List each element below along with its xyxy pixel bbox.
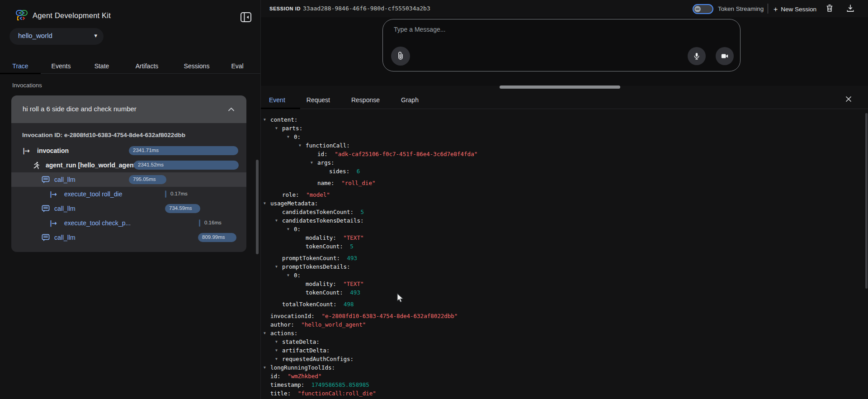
duration-label: 2341.52ms (138, 162, 164, 167)
json-line: timestamp 1749586585.858985 (261, 380, 862, 389)
toggle-knob (694, 6, 701, 12)
collapse-sidebar-icon[interactable] (240, 11, 252, 23)
agent-runner-icon (33, 161, 40, 169)
json-line: usageMetadata ▼ (261, 199, 862, 208)
expand-toggle-icon[interactable]: ▼ (264, 363, 266, 372)
expand-toggle-icon[interactable]: ▼ (275, 216, 278, 225)
expand-toggle-icon[interactable]: ▼ (287, 225, 289, 233)
expand-toggle-icon[interactable]: ▼ (264, 199, 266, 208)
expand-toggle-icon[interactable]: ▼ (275, 355, 278, 363)
detail-tabs: EventRequestResponseGraph (261, 90, 868, 109)
json-value: 493 (350, 289, 360, 296)
duration-bar (165, 190, 166, 198)
trace-row[interactable]: |→ execute_tool roll_die 0.17ms (11, 187, 246, 201)
expand-toggle-icon[interactable]: ▼ (275, 124, 278, 133)
json-line: invocationId "e-2808fd10-6383-4754-8de4-… (261, 312, 862, 320)
chevron-up-icon[interactable] (228, 107, 235, 111)
json-line: stateDelta ▼ (261, 337, 862, 346)
attach-file-button[interactable] (391, 47, 410, 66)
download-session-icon[interactable] (846, 4, 856, 14)
expand-toggle-icon[interactable]: ▼ (264, 115, 266, 124)
video-button[interactable] (716, 47, 734, 65)
json-line: id "wmZhkbed" (261, 372, 862, 380)
json-line: totalTokenCount 498 (261, 300, 862, 309)
chat-bubble-icon (42, 204, 50, 213)
expand-toggle-icon[interactable]: ▼ (275, 262, 278, 271)
json-value: 498 (344, 301, 354, 308)
message-box (382, 19, 741, 71)
close-icon[interactable] (845, 95, 854, 104)
json-value: "adk-caf25106-f0c7-451f-86e4-3c6d7e8f4fd… (335, 151, 477, 157)
message-input[interactable] (394, 26, 620, 33)
trace-span-label: call_llm (54, 176, 75, 184)
trace-span-label: execute_tool check_p... (64, 219, 131, 227)
detail-tab-request[interactable]: Request (307, 90, 330, 109)
json-value: "TEXT" (343, 234, 363, 241)
session-id-label: SESSION ID (269, 6, 301, 11)
microphone-button[interactable] (688, 47, 706, 65)
delete-session-icon[interactable] (825, 4, 835, 14)
json-line: candidatesTokenCount 5 (261, 208, 862, 216)
trace-row[interactable]: |→ invocation 2341.71ms (11, 143, 246, 158)
expand-toggle-icon[interactable]: ▼ (299, 141, 301, 150)
json-value: "wmZhkbed" (288, 373, 321, 380)
detail-tab-graph[interactable]: Graph (401, 90, 419, 109)
json-line: args ▼ (261, 158, 862, 167)
trace-row[interactable]: call_llm 734.59ms (11, 201, 246, 216)
token-streaming-toggle[interactable] (693, 4, 713, 14)
sidebar-tabs: TraceEventsStateArtifactsSessionsEval (0, 58, 260, 74)
json-line: candidatesTokensDetails ▼ (261, 216, 862, 225)
duration-label: 0.17ms (170, 191, 188, 196)
detail-tab-event[interactable]: Event (269, 90, 285, 109)
json-line: modality "TEXT" (261, 280, 862, 288)
invocation-header[interactable]: hi roll a 6 side dice and check number (11, 95, 246, 123)
json-line: id "adk-caf25106-f0c7-451f-86e4-3c6d7e8f… (261, 150, 862, 158)
new-session-button[interactable]: New Session (774, 5, 816, 14)
trace-row[interactable]: agent_run [hello_world_agent] 2341.52ms (11, 158, 246, 172)
duration-label: 0.16ms (204, 220, 222, 225)
duration-bar: 809.99ms (198, 233, 236, 242)
detail-tab-response[interactable]: Response (351, 90, 380, 109)
duration-label: 734.59ms (169, 205, 192, 211)
json-line: title "functionCall:roll_die" (261, 389, 862, 398)
trace-row[interactable]: |→ execute_tool check_p... 0.16ms (11, 216, 246, 230)
tab-sessions[interactable]: Sessions (172, 58, 222, 74)
json-line: functionCall ▼ (261, 141, 862, 150)
json-line: sides 6 (261, 167, 862, 176)
video-camera-icon (721, 52, 729, 60)
json-line: 0 ▼ (261, 271, 862, 280)
trace-row[interactable]: call_llm 809.99ms (11, 230, 246, 245)
json-line: modality "TEXT" (261, 233, 862, 242)
tab-trace[interactable]: Trace (0, 58, 41, 74)
expand-toggle-icon[interactable]: ▼ (287, 271, 289, 280)
maps-to-arrow-icon: |→ (23, 147, 29, 155)
sidebar-scrollbar[interactable] (256, 160, 259, 254)
selected-app-label: hello_world (18, 32, 52, 39)
invocations-heading: Invocations (12, 82, 42, 89)
json-value: "TEXT" (343, 280, 363, 287)
tab-eval[interactable]: Eval (222, 58, 253, 74)
tab-artifacts[interactable]: Artifacts (122, 58, 172, 74)
trace-span-label: call_llm (54, 233, 75, 242)
expand-toggle-icon[interactable]: ▼ (287, 133, 289, 141)
microphone-icon (693, 52, 701, 60)
json-line: tokenCount 5 (261, 242, 862, 251)
active-tab-indicator (261, 108, 300, 109)
app-select-dropdown[interactable]: hello_world ▾ (9, 28, 104, 45)
detail-scrollbar[interactable] (865, 113, 868, 289)
tab-state[interactable]: State (81, 58, 122, 74)
trace-panel: Invocation ID: e-2808fd10-6383-4754-8de4… (11, 123, 246, 252)
json-value: "e-2808fd10-6383-4754-8de4-632af8022dbb" (321, 313, 458, 319)
json-line: name "roll_die" (261, 179, 862, 187)
json-value: "roll_die" (341, 180, 375, 186)
chat-horizontal-scrollbar[interactable] (500, 86, 620, 89)
trace-row[interactable]: call_llm 795.05ms (11, 172, 246, 187)
duration-bar: 734.59ms (165, 204, 200, 213)
expand-toggle-icon[interactable]: ▼ (275, 346, 278, 355)
chevron-down-icon: ▾ (94, 32, 97, 39)
expand-toggle-icon[interactable]: ▼ (264, 329, 266, 337)
expand-toggle-icon[interactable]: ▼ (275, 337, 278, 346)
expand-toggle-icon[interactable]: ▼ (311, 158, 313, 167)
tab-events[interactable]: Events (41, 58, 81, 74)
invocation-id-label: Invocation ID: e-2808fd10-6383-4754-8de4… (22, 132, 185, 138)
